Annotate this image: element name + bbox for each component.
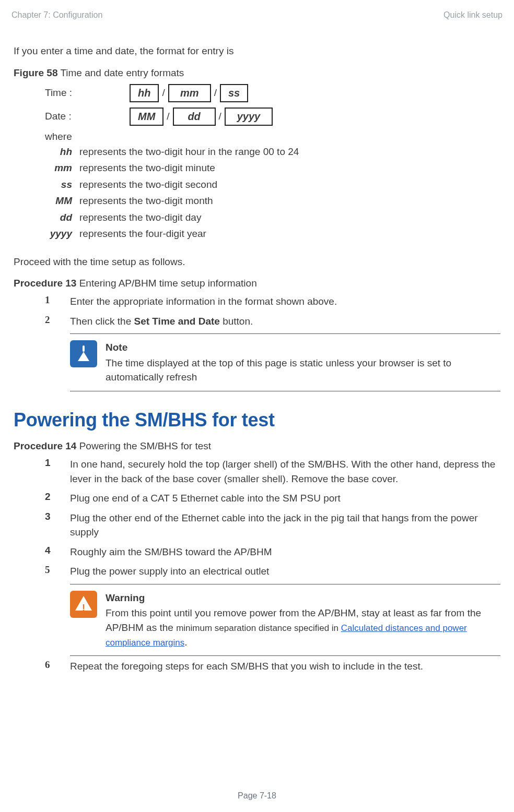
proceed-paragraph: Proceed with the time setup as follows. [14, 255, 500, 270]
button-name: Set Time and Date [134, 316, 220, 327]
def-MM: represents the two-digit month [79, 194, 500, 208]
step-number: 5 [45, 564, 57, 576]
cell-ss: ss [220, 84, 248, 102]
rule [70, 655, 500, 656]
procedure14-steps-cont: 6 Repeat the foregoing steps for each SM… [45, 659, 500, 674]
procedure14-title: Powering the SM/BHS for test [76, 440, 211, 451]
note-icon [70, 340, 97, 367]
warning-icon [70, 591, 97, 618]
cell-MM: MM [130, 108, 163, 126]
warning-admonition: Warning From this point until you remove… [70, 584, 500, 656]
step-text: Enter the appropriate information in the… [70, 294, 500, 309]
sym-yyyy: yyyy [45, 226, 73, 241]
def-hh: represents the two-digit hour in the ran… [79, 145, 500, 159]
sep: / [162, 87, 165, 99]
cell-dd: dd [173, 108, 216, 126]
def-mm: represents the two-digit minute [79, 161, 500, 175]
running-header: Chapter 7: Configuration Quick link setu… [8, 10, 506, 23]
p14-step1: 1 In one hand, securely hold the top (la… [45, 457, 500, 486]
procedure14-steps: 1 In one hand, securely hold the top (la… [45, 457, 500, 579]
definitions: hh represents the two-digit hour in the … [45, 145, 500, 241]
step-number: 1 [45, 294, 57, 306]
rule [70, 584, 500, 584]
step-number: 2 [45, 491, 57, 503]
intro-paragraph: If you enter a time and date, the format… [14, 44, 500, 59]
step-text: Plug the power supply into an electrical… [70, 564, 500, 579]
sym-dd: dd [45, 210, 73, 225]
step-text: Plug one end of a CAT 5 Ethernet cable i… [70, 491, 500, 506]
section-heading: Powering the SM/BHS for test [14, 409, 500, 431]
figure-body: Time : hh / mm / ss Date : MM / dd / yyy… [45, 84, 500, 241]
date-cells: MM / dd / yyyy [130, 108, 273, 126]
p14-step4: 4 Roughly aim the SM/BHS toward the AP/B… [45, 545, 500, 559]
note-admonition: Note The time displayed at the top of th… [70, 333, 500, 391]
def-dd: represents the two-digit day [79, 210, 500, 225]
step-text: Plug the other end of the Ethernet cable… [70, 511, 500, 540]
note-title: Note [106, 340, 500, 355]
step-text: In one hand, securely hold the top (larg… [70, 457, 500, 486]
step-number: 3 [45, 511, 57, 522]
step-text: Repeat the foregoing steps for each SM/B… [70, 659, 500, 674]
step-text-pre: Then click the [70, 316, 134, 327]
def-yyyy: represents the four-digit year [79, 226, 500, 241]
cell-mm: mm [168, 84, 211, 102]
runhead-right: Quick link setup [443, 10, 503, 20]
procedure14-label: Procedure 14 [14, 440, 76, 451]
p13-step1: 1 Enter the appropriate information in t… [45, 294, 500, 309]
sep: / [167, 111, 169, 122]
p14-step5: 5 Plug the power supply into an electric… [45, 564, 500, 579]
p13-step2: 2 Then click the Set Time and Date butto… [45, 314, 500, 329]
rule [70, 333, 500, 334]
def-ss: represents the two-digit second [79, 177, 500, 192]
step-number: 1 [45, 457, 57, 469]
note-body: The time displayed at the top of this pa… [106, 357, 451, 383]
sym-mm: mm [45, 161, 73, 175]
warning-body-post: . [184, 637, 187, 648]
procedure13-caption: Procedure 13 Entering AP/BHM time setup … [14, 278, 500, 289]
procedure13-steps: 1 Enter the appropriate information in t… [45, 294, 500, 328]
warning-title: Warning [106, 591, 500, 605]
where-label: where [45, 131, 500, 142]
step-number: 6 [45, 659, 57, 671]
step-text-post: button. [220, 316, 253, 327]
time-row: Time : hh / mm / ss [45, 84, 500, 102]
figure-title: Time and date entry formats [57, 67, 184, 78]
runhead-left: Chapter 7: Configuration [11, 10, 102, 20]
procedure13-title: Entering AP/BHM time setup information [76, 278, 256, 289]
sep: / [214, 87, 217, 99]
sep: / [219, 111, 221, 122]
warning-body-small: minimum separation distance specified in [176, 623, 341, 633]
time-cells: hh / mm / ss [130, 84, 248, 102]
page-footer: Page 7-18 [0, 791, 514, 801]
procedure13-label: Procedure 13 [14, 278, 76, 289]
p14-step3: 3 Plug the other end of the Ethernet cab… [45, 511, 500, 540]
figure-caption: Figure 58 Time and date entry formats [14, 67, 500, 79]
step-text: Then click the Set Time and Date button. [70, 314, 500, 329]
time-label: Time : [45, 87, 123, 99]
p14-step6: 6 Repeat the foregoing steps for each SM… [45, 659, 500, 674]
date-row: Date : MM / dd / yyyy [45, 108, 500, 126]
cell-hh: hh [130, 84, 159, 102]
step-text: Roughly aim the SM/BHS toward the AP/BHM [70, 545, 500, 559]
sym-MM: MM [45, 194, 73, 208]
figure-label: Figure 58 [14, 67, 57, 78]
rule [70, 391, 500, 391]
sym-hh: hh [45, 145, 73, 159]
warning-text: Warning From this point until you remove… [106, 591, 500, 649]
cell-yyyy: yyyy [225, 108, 273, 126]
step-number: 2 [45, 314, 57, 326]
sym-ss: ss [45, 177, 73, 192]
date-label: Date : [45, 111, 123, 122]
step-number: 4 [45, 545, 57, 556]
procedure14-caption: Procedure 14 Powering the SM/BHS for tes… [14, 440, 500, 452]
p14-step2: 2 Plug one end of a CAT 5 Ethernet cable… [45, 491, 500, 506]
note-text: Note The time displayed at the top of th… [106, 340, 500, 385]
